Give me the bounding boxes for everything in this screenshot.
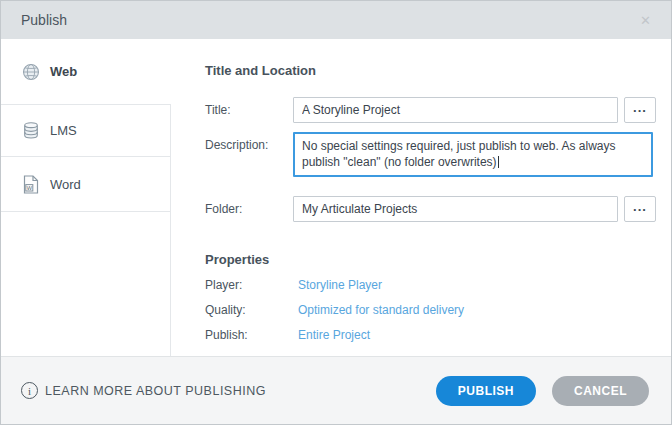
publish-property-row: Publish: Entire Project: [205, 326, 671, 343]
globe-icon: [22, 62, 40, 81]
cancel-button[interactable]: CANCEL: [552, 376, 649, 406]
dialog-body: Web LMS: [1, 39, 671, 356]
publish-dialog: Publish ✕ Web: [0, 0, 672, 425]
title-location-heading: Title and Location: [205, 63, 671, 79]
publish-button[interactable]: PUBLISH: [436, 376, 536, 406]
folder-input[interactable]: [293, 196, 618, 222]
properties-heading: Properties: [205, 252, 671, 268]
close-icon[interactable]: ✕: [636, 12, 655, 29]
quality-value-link[interactable]: Optimized for standard delivery: [298, 303, 464, 317]
text-caret: [498, 156, 499, 168]
publish-settings-panel: Title and Location Title: ... Descriptio…: [171, 39, 671, 356]
title-browse-button[interactable]: ...: [624, 97, 656, 123]
folder-label: Folder:: [205, 202, 293, 216]
folder-browse-button[interactable]: ...: [624, 196, 656, 222]
description-row: Description: No special settings require…: [205, 132, 671, 177]
svg-text:W: W: [27, 184, 33, 190]
sidebar-tab-label: Word: [50, 177, 81, 192]
description-textarea[interactable]: No special settings required, just publi…: [293, 132, 653, 177]
quality-property-row: Quality: Optimized for standard delivery: [205, 301, 671, 318]
sidebar-tab-label: LMS: [50, 123, 77, 138]
title-input[interactable]: [293, 97, 618, 123]
learn-more-text: LEARN MORE ABOUT PUBLISHING: [45, 384, 266, 398]
title-row: Title: ...: [205, 97, 671, 123]
player-label: Player:: [205, 278, 298, 292]
sidebar-tab-word[interactable]: W Word: [1, 157, 171, 212]
quality-label: Quality:: [205, 303, 298, 317]
dialog-title: Publish: [21, 12, 67, 28]
description-label: Description:: [205, 132, 293, 152]
info-icon: i: [21, 382, 38, 399]
description-line: No special settings required, just publi…: [302, 138, 644, 154]
publish-label: Publish:: [205, 328, 298, 342]
learn-more-link[interactable]: i LEARN MORE ABOUT PUBLISHING: [21, 382, 266, 399]
publish-value-link[interactable]: Entire Project: [298, 328, 370, 342]
description-line: publish "clean" (no folder overwrites): [302, 154, 644, 170]
word-document-icon: W: [22, 175, 40, 194]
sidebar-filler: [1, 212, 171, 356]
ellipsis-icon: ...: [633, 200, 647, 213]
ellipsis-icon: ...: [633, 101, 647, 114]
player-value-link[interactable]: Storyline Player: [298, 278, 382, 292]
sidebar-tab-web[interactable]: Web: [1, 39, 171, 105]
sidebar-tab-lms[interactable]: LMS: [1, 105, 171, 157]
dialog-titlebar: Publish ✕: [1, 1, 671, 39]
publish-target-sidebar: Web LMS: [1, 39, 171, 356]
dialog-footer: i LEARN MORE ABOUT PUBLISHING PUBLISH CA…: [1, 356, 671, 424]
sidebar-tab-label: Web: [50, 64, 77, 79]
folder-row: Folder: ...: [205, 196, 671, 222]
title-label: Title:: [205, 103, 293, 117]
player-property-row: Player: Storyline Player: [205, 276, 671, 293]
database-icon: [22, 121, 40, 140]
